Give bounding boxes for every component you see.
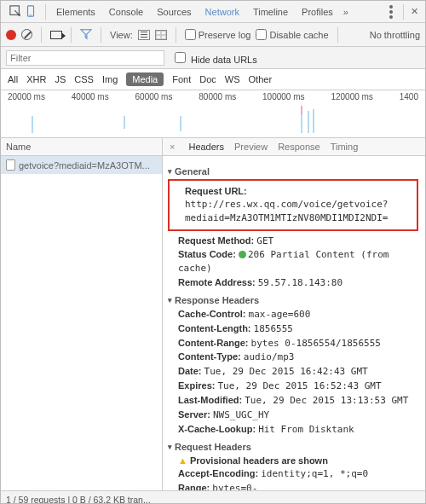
request-row[interactable]: getvoice?mediaid=MzA3OTM... [1, 156, 162, 174]
timeline-tick: 60000 ms [135, 92, 173, 101]
name-column-header[interactable]: Name [1, 138, 162, 156]
record-button[interactable] [6, 30, 16, 40]
disable-cache-checkbox[interactable]: Disable cache [256, 29, 328, 40]
request-name: getvoice?mediaid=MzA3OTM... [19, 160, 150, 171]
type-tab-font[interactable]: Font [172, 74, 191, 84]
clear-button[interactable] [21, 29, 32, 40]
request-list: Name getvoice?mediaid=MzA3OTM... [1, 138, 163, 490]
response-headers-section[interactable]: Response Headers [168, 295, 418, 305]
type-tab-css[interactable]: CSS [74, 74, 94, 84]
filter-input[interactable] [6, 50, 164, 66]
request-url-highlight: Request URL: http://res.wx.qq.com/voice/… [168, 179, 418, 231]
device-icon[interactable] [25, 5, 37, 19]
timeline-tick: 20000 ms [8, 92, 45, 101]
timeline-overview[interactable]: 20000 ms40000 ms60000 ms80000 ms100000 m… [1, 90, 425, 138]
type-tab-xhr[interactable]: XHR [26, 74, 46, 84]
general-section[interactable]: General [168, 166, 418, 177]
provisional-warning: ▲Provisional headers are shown [168, 455, 418, 467]
filter-bar: Hide data URLs [1, 47, 425, 69]
timeline-tick: 1400 [400, 92, 418, 101]
grid-view-button[interactable] [155, 30, 167, 40]
request-header-row: Range: bytes=0- [168, 482, 418, 490]
main-tab-elements[interactable]: Elements [49, 1, 102, 23]
hide-data-urls-checkbox[interactable]: Hide data URLs [171, 49, 257, 66]
list-view-button[interactable] [138, 30, 150, 40]
detail-tab-preview[interactable]: Preview [234, 142, 268, 152]
throttling-select[interactable]: No throttling [370, 30, 420, 40]
kebab-menu-icon[interactable] [389, 10, 393, 14]
detail-tab-headers[interactable]: Headers [188, 142, 224, 152]
response-header-row: Content-Range: bytes 0-1856554/1856555 [168, 337, 418, 350]
file-icon [6, 159, 15, 171]
main-tab-bar: ElementsConsoleSourcesNetworkTimelinePro… [1, 1, 425, 23]
type-filter-tabs: AllXHRJSCSSImgMediaFontDocWSOther [1, 69, 425, 90]
response-header-row: Cache-Control: max-age=600 [168, 308, 418, 322]
type-tab-all[interactable]: All [8, 74, 18, 84]
type-tab-ws[interactable]: WS [225, 74, 240, 84]
type-tab-img[interactable]: Img [102, 74, 118, 84]
detail-tab-bar: × HeadersPreviewResponseTiming [163, 138, 425, 156]
headers-content: General Request URL: http://res.wx.qq.co… [163, 156, 425, 490]
type-tab-other[interactable]: Other [249, 74, 273, 84]
request-header-row: Accept-Encoding: identity;q=1, *;q=0 [168, 467, 418, 481]
timeline-tick: 40000 ms [72, 92, 109, 101]
detail-tab-timing[interactable]: Timing [331, 142, 359, 152]
status-bar: 1 / 59 requests | 0 B / 63.2 KB tran... [1, 490, 425, 504]
close-detail-icon[interactable]: × [170, 142, 178, 152]
detail-pane: × HeadersPreviewResponseTiming General R… [163, 138, 425, 490]
network-toolbar: View: Preserve log Disable cache No thro… [1, 23, 425, 47]
filter-icon[interactable] [80, 28, 92, 42]
response-header-row: Last-Modified: Tue, 29 Dec 2015 13:13:53… [168, 394, 418, 408]
response-header-row: Content-Type: audio/mp3 [168, 350, 418, 364]
more-tabs-chevron[interactable]: » [340, 7, 352, 17]
type-tab-doc[interactable]: Doc [199, 74, 216, 84]
main-tab-console[interactable]: Console [102, 1, 150, 23]
main-tab-profiles[interactable]: Profiles [295, 1, 340, 23]
view-label: View: [110, 30, 133, 40]
svg-point-2 [30, 14, 31, 14]
type-tab-js[interactable]: JS [55, 74, 66, 84]
response-header-row: Server: NWS_UGC_HY [168, 408, 418, 422]
preserve-log-checkbox[interactable]: Preserve log [185, 29, 251, 40]
main-tab-sources[interactable]: Sources [150, 1, 198, 23]
dock-icons [4, 5, 42, 19]
capture-screenshot-icon[interactable] [50, 31, 62, 39]
timeline-tick: 100000 ms [262, 92, 304, 101]
response-header-row: Expires: Tue, 29 Dec 2015 16:52:43 GMT [168, 379, 418, 393]
warning-icon: ▲ [178, 455, 187, 466]
response-header-row: X-Cache-Lookup: Hit From Disktank [168, 423, 418, 437]
timeline-tick: 120000 ms [331, 92, 372, 101]
type-tab-media[interactable]: Media [126, 72, 164, 86]
response-header-row: Date: Tue, 29 Dec 2015 16:42:43 GMT [168, 365, 418, 379]
close-icon[interactable]: ✕ [407, 6, 422, 17]
response-header-row: Content-Length: 1856555 [168, 322, 418, 336]
timeline-tick: 80000 ms [199, 92, 236, 101]
main-tab-network[interactable]: Network [199, 1, 246, 23]
request-headers-section[interactable]: Request Headers [168, 442, 418, 452]
status-dot-icon [239, 251, 246, 258]
inspect-icon[interactable] [9, 5, 21, 19]
main-tab-timeline[interactable]: Timeline [246, 1, 295, 23]
detail-tab-response[interactable]: Response [278, 142, 320, 152]
